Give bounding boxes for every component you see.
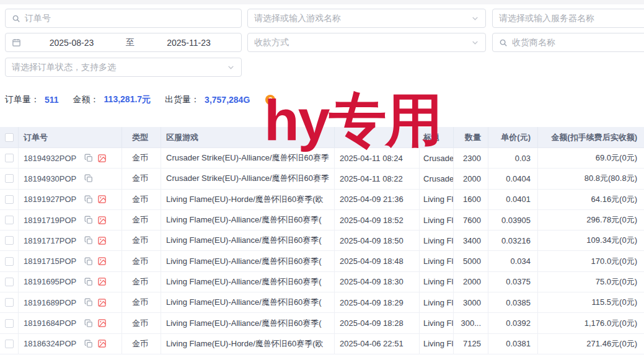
- row-checkbox[interactable]: [5, 216, 14, 224]
- copy-icon[interactable]: [84, 236, 93, 245]
- time-cell: 2025-04-09 18:29: [335, 292, 420, 312]
- table-row: 18194930POP 金币 Crusader Strike(EU)-Allia…: [0, 169, 644, 189]
- price-cell: 0.03905: [488, 210, 538, 230]
- stat-order-count: 订单量： 511: [5, 94, 59, 105]
- order-no-text: 18194932POP: [24, 154, 76, 163]
- time-cell: 2025-04-09 18:50: [335, 230, 420, 250]
- help-icon[interactable]: ?: [265, 95, 275, 105]
- header-amount: 金额(扣手续费后实收额): [538, 127, 644, 147]
- order-no-cell: 18191927POP: [19, 190, 122, 209]
- title-cell: Living Fl: [420, 313, 454, 333]
- title-cell: Living Fl: [420, 230, 454, 250]
- select-all-cell: [0, 127, 19, 147]
- row-checkbox[interactable]: [5, 298, 14, 307]
- image-icon[interactable]: [97, 257, 107, 266]
- copy-icon[interactable]: [84, 298, 93, 307]
- type-cell: 金币: [122, 148, 161, 168]
- order-no-cell: 18191684POP: [19, 313, 122, 333]
- type-cell: 金币: [122, 292, 161, 312]
- image-icon[interactable]: [97, 236, 107, 245]
- image-icon[interactable]: [97, 339, 107, 348]
- order-no-text: 18191719POP: [24, 216, 76, 225]
- qty-cell: 7600: [454, 210, 488, 230]
- search-icon: [499, 38, 508, 47]
- type-cell: 金币: [122, 313, 161, 333]
- row-select-cell: [0, 230, 19, 250]
- price-cell: 0.0381: [488, 334, 538, 354]
- row-checkbox[interactable]: [5, 236, 14, 245]
- amount-cell: 296.78元(0元): [538, 210, 644, 230]
- top-strip: [0, 0, 644, 4]
- region-game-cell: Living Flame(EU)-Alliance/魔兽怀旧60赛季(: [161, 292, 335, 312]
- table-row: 18191719POP 金币 Living Flame(EU)-Alliance…: [0, 210, 644, 230]
- copy-icon[interactable]: [84, 257, 93, 266]
- date-start-value[interactable]: 2025-08-23: [25, 38, 118, 48]
- copy-icon[interactable]: [84, 278, 93, 286]
- image-icon[interactable]: [97, 154, 107, 163]
- amount-cell: 170.0元(0元): [538, 251, 644, 271]
- order-management-page: 订单号 请选择或输入游戏名称 请选择或输入服务器名称 2025-08-23 至 …: [0, 0, 644, 360]
- image-icon[interactable]: [97, 195, 107, 204]
- order-no-cell: 18194930POP: [19, 169, 122, 188]
- qty-cell: 3400: [454, 230, 488, 250]
- header-time: [335, 127, 420, 147]
- summary-stats: 订单量： 511 金额： 113,281.7元 出货量： 3,757,284G …: [5, 94, 275, 105]
- row-checkbox[interactable]: [5, 195, 14, 204]
- price-cell: 0.03216: [488, 230, 538, 250]
- server-name-placeholder: 请选择或输入服务器名称: [499, 13, 594, 24]
- copy-icon[interactable]: [84, 174, 93, 183]
- order-no-cell: 18186324POP: [19, 334, 122, 354]
- title-cell: Living Fl: [420, 210, 454, 230]
- receiver-name-input[interactable]: 收货商名称: [492, 33, 644, 52]
- copy-icon[interactable]: [84, 154, 93, 162]
- order-no-cell: 18191695POP: [19, 272, 122, 292]
- row-checkbox[interactable]: [5, 278, 14, 286]
- copy-icon[interactable]: [84, 340, 93, 348]
- order-status-select[interactable]: 请选择订单状态，支持多选: [5, 58, 242, 77]
- qty-cell: 5000: [454, 251, 488, 271]
- payment-method-select[interactable]: 收款方式: [247, 33, 486, 52]
- order-no-cell: 18194932POP: [19, 148, 122, 168]
- copy-icon[interactable]: [84, 216, 93, 224]
- type-cell: 金币: [122, 251, 161, 271]
- price-cell: 0.0375: [488, 272, 538, 292]
- server-name-input[interactable]: 请选择或输入服务器名称: [492, 9, 644, 28]
- region-game-cell: Living Flame(EU)-Alliance/魔兽怀旧60赛季(: [161, 272, 335, 292]
- amount-value: 113,281.7元: [104, 94, 151, 105]
- header-qty: 数量: [454, 127, 488, 147]
- image-icon[interactable]: [97, 277, 107, 286]
- price-cell: 0.0392: [488, 313, 538, 333]
- order-no-text: 18186324POP: [24, 339, 76, 348]
- table-row: 18191715POP 金币 Living Flame(EU)-Alliance…: [0, 251, 644, 271]
- game-name-select[interactable]: 请选择或输入游戏名称: [247, 9, 486, 28]
- row-checkbox[interactable]: [5, 154, 14, 162]
- region-game-cell: Crusader Strike(EU)-Alliance/魔兽怀旧60赛季: [161, 169, 335, 188]
- shipment-label: 出货量：: [165, 94, 200, 105]
- row-checkbox[interactable]: [5, 340, 14, 348]
- table-row: 18186324POP 金币 Living Flame(EU)-Horde/魔兽…: [0, 334, 644, 354]
- row-select-cell: [0, 313, 19, 333]
- image-icon[interactable]: [97, 318, 107, 328]
- image-icon[interactable]: [97, 216, 107, 225]
- image-icon[interactable]: [97, 298, 107, 307]
- row-checkbox[interactable]: [5, 319, 14, 328]
- row-checkbox[interactable]: [5, 257, 14, 266]
- copy-icon[interactable]: [84, 195, 93, 204]
- order-no-text: 18191684POP: [24, 318, 76, 328]
- amount-cell: 109.34元(0元): [538, 230, 644, 250]
- date-range-picker[interactable]: 2025-08-23 至 2025-11-23: [5, 33, 242, 52]
- date-end-value[interactable]: 2025-11-23: [143, 38, 235, 48]
- price-cell: 0.03: [488, 148, 538, 168]
- select-all-checkbox[interactable]: [5, 133, 14, 142]
- order-no-text: 18191689POP: [24, 298, 76, 307]
- order-count-label: 订单量：: [5, 94, 40, 105]
- order-no-cell: 18191715POP: [19, 251, 122, 271]
- qty-cell: 2000: [454, 272, 488, 292]
- header-region: 区服游戏: [161, 127, 335, 147]
- table-row: 18191927POP 金币 Living Flame(EU)-Horde/魔兽…: [0, 190, 644, 210]
- row-checkbox[interactable]: [5, 174, 14, 183]
- type-cell: 金币: [122, 210, 161, 230]
- region-game-cell: Living Flame(EU)-Alliance/魔兽怀旧60赛季(: [161, 210, 335, 230]
- order-number-input[interactable]: 订单号: [5, 9, 242, 28]
- copy-icon[interactable]: [84, 319, 93, 328]
